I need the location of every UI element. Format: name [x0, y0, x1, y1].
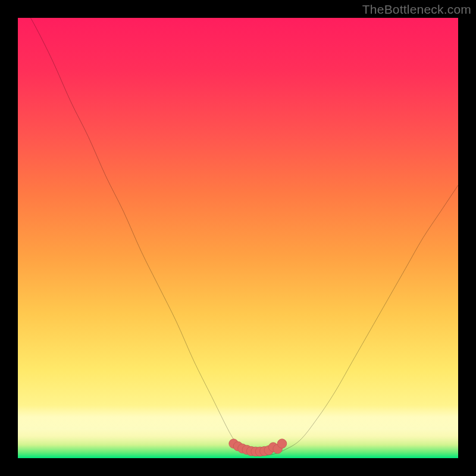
optimal-zone-markers	[229, 439, 287, 456]
watermark-text: TheBottleneck.com	[362, 2, 471, 17]
chart-outer-frame: TheBottleneck.com	[0, 0, 476, 476]
chart-svg	[18, 18, 458, 458]
bottleneck-curve	[18, 18, 458, 456]
plot-area	[18, 18, 458, 458]
marker-dot	[277, 439, 287, 449]
